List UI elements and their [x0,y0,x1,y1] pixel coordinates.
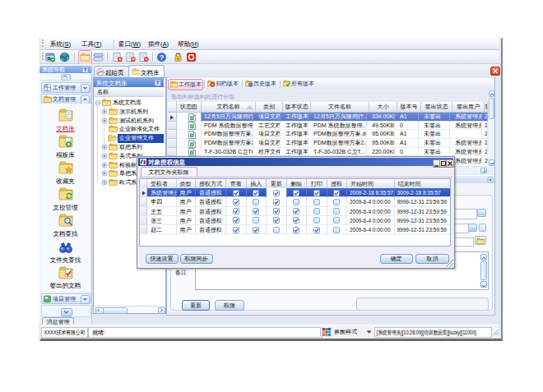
svg-text:?: ? [160,53,165,62]
